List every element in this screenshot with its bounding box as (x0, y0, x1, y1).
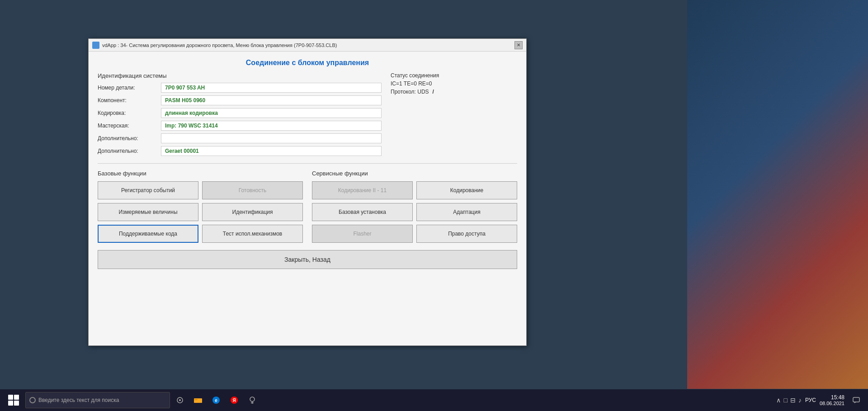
workshop-value: Imp: 790 WSC 31414 (161, 121, 382, 131)
btn-coding-ii[interactable]: Кодирование II - 11 (312, 181, 413, 199)
window-close-button[interactable]: ✕ (514, 41, 523, 49)
start-button[interactable] (4, 390, 24, 410)
sound-icon[interactable]: ♪ (798, 397, 802, 404)
workshop-label: Мастерская: (98, 123, 161, 129)
btn-access-rights[interactable]: Право доступа (416, 225, 517, 243)
close-back-button[interactable]: Закрыть, Назад (98, 250, 517, 269)
base-buttons-grid: Регистратор событий Готовность Измеряемы… (98, 181, 303, 243)
extra-app-button[interactable] (244, 392, 260, 408)
svg-point-8 (250, 397, 255, 402)
clock-area: 15:48 08.06.2021 (820, 394, 844, 406)
protocol-label: Протокол: UDS (391, 89, 429, 95)
search-placeholder: Введите здесь текст для поиска (38, 397, 119, 403)
base-functions: Базовые функции Регистратор событий Гото… (98, 170, 303, 243)
main-heading: Соединение с блоком управления (98, 59, 517, 67)
service-functions-title: Сервисные функции (312, 170, 517, 177)
title-bar-left: vdApp : 34- Система регулирования дорожн… (92, 42, 337, 49)
yandex-icon: Я (230, 396, 239, 405)
part-number-label: Номер детали: (98, 85, 161, 91)
btn-identification[interactable]: Идентификация (202, 203, 303, 221)
top-area: Идентификация системы Номер детали: 7P0 … (98, 72, 517, 159)
connection-label: Статус соединения (391, 72, 517, 79)
part-number-row: Номер детали: 7P0 907 553 AH (98, 83, 382, 93)
svg-point-1 (179, 399, 181, 401)
coding-row: Кодировка: длинная кодировка (98, 108, 382, 118)
divider (98, 163, 517, 164)
btn-flasher[interactable]: Flasher (312, 225, 413, 243)
pin-icon (248, 396, 257, 405)
extra1-value (161, 133, 382, 143)
svg-text:Я: Я (232, 398, 236, 403)
connection-status: IC=1 TE=0 RE=0 (391, 80, 517, 87)
search-bar[interactable]: Введите здесь текст для поиска (25, 392, 170, 408)
windows-quad-4 (14, 401, 19, 406)
taskview-icon (175, 397, 184, 404)
monitor-icon[interactable]: □ (783, 397, 787, 404)
windows-quad-3 (8, 401, 13, 406)
notification-button[interactable] (848, 392, 864, 408)
title-bar: vdApp : 34- Система регулирования дорожн… (89, 39, 526, 52)
windows-quad-1 (8, 395, 13, 400)
desktop-wallpaper (687, 0, 868, 389)
system-id-label: Идентификация системы (98, 72, 382, 79)
taskbar-time: 15:48 (820, 394, 844, 401)
extra1-label: Дополнительно: (98, 135, 161, 142)
file-explorer-button[interactable] (190, 392, 206, 408)
service-functions: Сервисные функции Кодирование II - 11 Ко… (312, 170, 517, 243)
edge-button[interactable]: e (208, 392, 224, 408)
btn-basic-settings[interactable]: Базовая установка (312, 203, 413, 221)
protocol-slash: / (433, 89, 434, 95)
windows-quad-2 (14, 395, 19, 400)
btn-event-recorder[interactable]: Регистратор событий (98, 181, 198, 199)
folder-icon (193, 397, 203, 404)
network-icon[interactable]: ⊟ (790, 397, 796, 404)
btn-actuator-test[interactable]: Тест испол.механизмов (202, 225, 303, 243)
bottom-area: Закрыть, Назад (98, 250, 517, 269)
btn-adaptation[interactable]: Адаптация (416, 203, 517, 221)
chevron-up-icon[interactable]: ∧ (776, 397, 781, 404)
geraet-text: Geraet 00001 (165, 148, 199, 154)
workshop-row: Мастерская: Imp: 790 WSC 31414 (98, 121, 382, 131)
taskbar-right: ∧ □ ⊟ ♪ РУС 15:48 08.06.2021 (776, 392, 864, 408)
app-icon (92, 42, 99, 49)
part-number-value: 7P0 907 553 AH (161, 83, 382, 93)
edge-icon: e (212, 396, 221, 405)
window-content: Соединение с блоком управления Идентифик… (89, 52, 526, 345)
chat-icon (853, 397, 860, 404)
functions-area: Базовые функции Регистратор событий Гото… (98, 170, 517, 243)
taskview-button[interactable] (172, 392, 188, 408)
yandex-button[interactable]: Я (226, 392, 242, 408)
taskbar: Введите здесь текст для поиска e Я (0, 389, 868, 411)
extra2-value: Geraet 00001 (161, 146, 382, 156)
btn-measured-values[interactable]: Измеряемые величины (98, 203, 198, 221)
component-row: Компонент: PASM H05 0960 (98, 95, 382, 105)
service-buttons-grid: Кодирование II - 11 Кодирование Базовая … (312, 181, 517, 243)
svg-rect-11 (853, 397, 859, 402)
extra2-label: Дополнительно: (98, 148, 161, 154)
window-title: vdApp : 34- Система регулирования дорожн… (102, 43, 337, 48)
app-window: vdApp : 34- Система регулирования дорожн… (88, 38, 527, 346)
svg-rect-3 (194, 399, 198, 400)
coding-label: Кодировка: (98, 110, 161, 116)
desktop: vdApp : 34- Система регулирования дорожн… (0, 0, 868, 411)
base-functions-title: Базовые функции (98, 170, 303, 177)
svg-rect-2 (194, 398, 202, 403)
taskbar-date: 08.06.2021 (820, 401, 844, 406)
extra1-row: Дополнительно: (98, 133, 382, 143)
svg-text:e: e (215, 398, 217, 403)
extra2-row: Дополнительно: Geraet 00001 (98, 146, 382, 156)
windows-icon (8, 395, 19, 406)
component-value: PASM H05 0960 (161, 95, 382, 105)
system-tray-icons: ∧ □ ⊟ ♪ (776, 397, 801, 404)
system-identification: Идентификация системы Номер детали: 7P0 … (98, 72, 382, 159)
btn-supported-codes[interactable]: Поддерживаемые кода (98, 225, 198, 243)
protocol-row: Протокол: UDS / (391, 89, 517, 95)
btn-readiness[interactable]: Готовность (202, 181, 303, 199)
search-icon (29, 397, 36, 403)
language-indicator: РУС (805, 397, 816, 403)
coding-value: длинная кодировка (161, 108, 382, 118)
btn-coding[interactable]: Кодирование (416, 181, 517, 199)
component-label: Компонент: (98, 97, 161, 104)
connection-status-section: Статус соединения IC=1 TE=0 RE=0 Протоко… (391, 72, 517, 159)
